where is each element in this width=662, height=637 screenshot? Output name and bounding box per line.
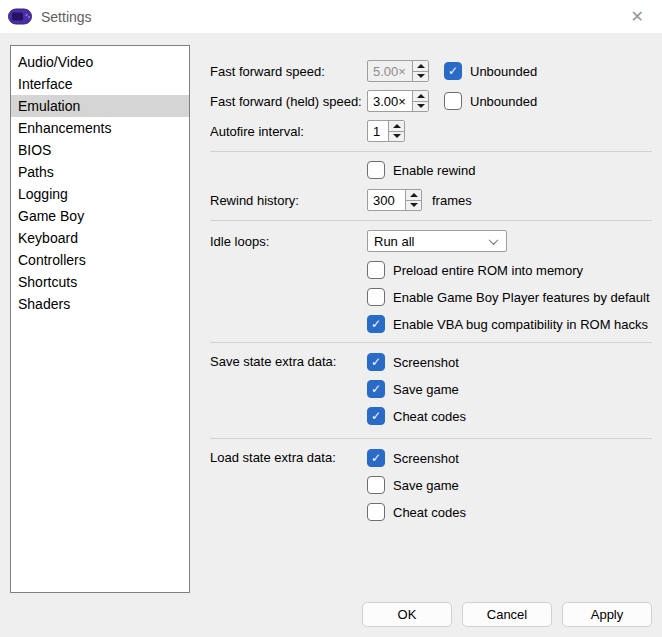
sidebar-item-controllers[interactable]: Controllers xyxy=(11,249,189,271)
check-icon: ✓ xyxy=(371,383,381,395)
vba-bug-compat-checkbox[interactable]: ✓ xyxy=(367,315,385,333)
rewind-history-value: 300 xyxy=(368,190,405,210)
spin-down-icon[interactable] xyxy=(413,71,428,82)
rewind-history-suffix: frames xyxy=(432,193,472,208)
spinner-buttons xyxy=(412,61,428,81)
save-state-cheat-codes-checkbox[interactable]: ✓ xyxy=(367,407,385,425)
check-icon: ✓ xyxy=(448,65,458,77)
rewind-history-spinner[interactable]: 300 xyxy=(367,189,422,211)
check-icon: ✓ xyxy=(371,452,381,464)
sidebar-item-shaders[interactable]: Shaders xyxy=(11,293,189,315)
idle-loops-dropdown[interactable]: Run all xyxy=(367,230,507,252)
fast-forward-speed-label: Fast forward speed: xyxy=(210,64,367,79)
sidebar-item-emulation[interactable]: Emulation xyxy=(11,95,189,117)
game-boy-player-checkbox[interactable]: ✓ xyxy=(367,288,385,306)
sidebar-item-interface[interactable]: Interface xyxy=(11,73,189,95)
load-state-screenshot-checkbox[interactable]: ✓ xyxy=(367,449,385,467)
spin-down-icon[interactable] xyxy=(389,131,404,142)
spin-down-icon[interactable] xyxy=(413,101,428,112)
fast-forward-held-speed-value: 3.00× xyxy=(368,91,412,111)
cancel-button[interactable]: Cancel xyxy=(462,602,552,627)
save-state-screenshot-checkbox[interactable]: ✓ xyxy=(367,353,385,371)
save-state-screenshot-label: Screenshot xyxy=(393,355,459,370)
dialog-button-row: OK Cancel Apply xyxy=(362,602,652,627)
fast-forward-held-unbounded-checkbox[interactable]: ✓ xyxy=(444,92,462,110)
fast-forward-speed-value: 5.00× xyxy=(368,61,412,81)
title-bar: Settings ✕ xyxy=(0,0,662,33)
sidebar-item-logging[interactable]: Logging xyxy=(11,183,189,205)
save-state-extra-label: Save state extra data: xyxy=(210,353,367,371)
load-state-cheat-codes-label: Cheat codes xyxy=(393,505,466,520)
enable-rewind-label: Enable rewind xyxy=(393,163,475,178)
check-icon: ✓ xyxy=(371,356,381,368)
spin-up-icon[interactable] xyxy=(413,61,428,71)
separator xyxy=(210,438,652,439)
fast-forward-held-unbounded-label: Unbounded xyxy=(470,94,537,109)
load-state-screenshot-label: Screenshot xyxy=(393,451,459,466)
spin-up-icon[interactable] xyxy=(406,190,421,200)
save-state-save-game-checkbox[interactable]: ✓ xyxy=(367,380,385,398)
close-icon[interactable]: ✕ xyxy=(621,5,654,29)
separator xyxy=(210,220,652,221)
settings-dialog: Settings ✕ Audio/Video Interface Emulati… xyxy=(0,0,662,637)
window-title: Settings xyxy=(41,9,92,25)
check-icon: ✓ xyxy=(371,410,381,422)
sidebar-item-paths[interactable]: Paths xyxy=(11,161,189,183)
separator xyxy=(210,151,652,152)
load-state-cheat-codes-checkbox[interactable]: ✓ xyxy=(367,503,385,521)
apply-button[interactable]: Apply xyxy=(562,602,652,627)
game-boy-player-label: Enable Game Boy Player features by defau… xyxy=(393,290,650,305)
save-state-cheat-codes-label: Cheat codes xyxy=(393,409,466,424)
settings-category-list: Audio/Video Interface Emulation Enhancem… xyxy=(10,45,190,593)
rewind-history-label: Rewind history: xyxy=(210,193,367,208)
spin-up-icon[interactable] xyxy=(389,121,404,131)
autofire-interval-label: Autofire interval: xyxy=(210,124,367,139)
sidebar-item-game-boy[interactable]: Game Boy xyxy=(11,205,189,227)
fast-forward-unbounded-label: Unbounded xyxy=(470,64,537,79)
sidebar-item-bios[interactable]: BIOS xyxy=(11,139,189,161)
spinner-buttons xyxy=(412,91,428,111)
spin-down-icon[interactable] xyxy=(406,200,421,211)
sidebar-item-keyboard[interactable]: Keyboard xyxy=(11,227,189,249)
idle-loops-selected-value: Run all xyxy=(374,234,414,249)
sidebar-item-audio-video[interactable]: Audio/Video xyxy=(11,51,189,73)
autofire-interval-spinner[interactable]: 1 xyxy=(367,120,405,142)
fast-forward-held-speed-spinner[interactable]: 3.00× xyxy=(367,90,429,112)
spinner-buttons xyxy=(405,190,421,210)
emulation-settings-panel: Fast forward speed: 5.00× ✓ Unbounded Fa… xyxy=(210,52,652,521)
load-state-save-game-checkbox[interactable]: ✓ xyxy=(367,476,385,494)
preload-rom-label: Preload entire ROM into memory xyxy=(393,263,583,278)
check-icon: ✓ xyxy=(371,318,381,330)
save-state-save-game-label: Save game xyxy=(393,382,459,397)
mgba-app-icon xyxy=(8,7,34,27)
spin-up-icon[interactable] xyxy=(413,91,428,101)
load-state-extra-label: Load state extra data: xyxy=(210,449,367,467)
load-state-save-game-label: Save game xyxy=(393,478,459,493)
preload-rom-checkbox[interactable]: ✓ xyxy=(367,261,385,279)
enable-rewind-checkbox[interactable]: ✓ xyxy=(367,161,385,179)
fast-forward-speed-spinner[interactable]: 5.00× xyxy=(367,60,429,82)
autofire-interval-value: 1 xyxy=(368,121,388,141)
separator xyxy=(210,342,652,343)
vba-bug-compat-label: Enable VBA bug compatibility in ROM hack… xyxy=(393,317,648,332)
idle-loops-label: Idle loops: xyxy=(210,234,367,249)
sidebar-item-enhancements[interactable]: Enhancements xyxy=(11,117,189,139)
ok-button[interactable]: OK xyxy=(362,602,452,627)
spinner-buttons xyxy=(388,121,404,141)
sidebar-item-shortcuts[interactable]: Shortcuts xyxy=(11,271,189,293)
fast-forward-unbounded-checkbox[interactable]: ✓ xyxy=(444,62,462,80)
chevron-down-icon xyxy=(489,235,499,245)
fast-forward-held-speed-label: Fast forward (held) speed: xyxy=(210,94,367,109)
